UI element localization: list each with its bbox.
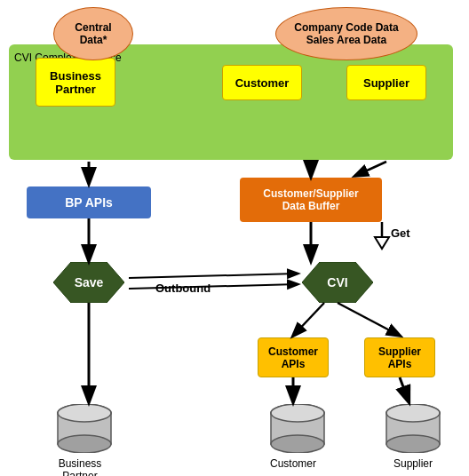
outbound-label: Outbound: [155, 282, 211, 295]
save-hexagon: Save: [53, 262, 124, 303]
svg-line-22: [338, 303, 400, 336]
customer-database: [266, 404, 329, 456]
svg-point-12: [386, 435, 440, 453]
bp-db-label: Business Partner: [44, 457, 115, 476]
supplier-db-label: Supplier: [378, 457, 449, 470]
cvi-hexagon: CVI: [302, 262, 373, 303]
customer-apis-box: Customer APIs: [258, 337, 329, 377]
bp-database: [53, 404, 115, 456]
svg-line-25: [355, 162, 386, 176]
customer-db-label: Customer: [258, 457, 329, 470]
diagram: CVI Complex Interface Central Data* Comp…: [0, 0, 469, 476]
svg-point-13: [386, 404, 440, 422]
get-label: Get: [391, 226, 410, 240]
company-code-oval: Company Code Data Sales Area Data: [275, 7, 417, 60]
svg-line-19: [129, 284, 298, 289]
bp-apis-bar: BP APIs: [27, 186, 151, 218]
svg-point-5: [58, 404, 111, 422]
customer-box: Customer: [222, 65, 302, 100]
central-data-oval: Central Data*: [53, 7, 133, 60]
supplier-apis-box: Supplier APIs: [364, 337, 435, 377]
svg-point-8: [271, 435, 324, 453]
svg-marker-27: [375, 237, 389, 249]
supplier-box: Supplier: [346, 65, 426, 100]
svg-line-21: [293, 303, 324, 336]
customer-supplier-buffer: Customer/Supplier Data Buffer: [240, 178, 382, 222]
business-partner-box: Business Partner: [36, 58, 115, 107]
svg-point-4: [58, 435, 111, 453]
svg-point-9: [271, 404, 324, 422]
svg-line-18: [129, 274, 298, 278]
svg-line-24: [400, 377, 409, 401]
supplier-database: [382, 404, 444, 456]
